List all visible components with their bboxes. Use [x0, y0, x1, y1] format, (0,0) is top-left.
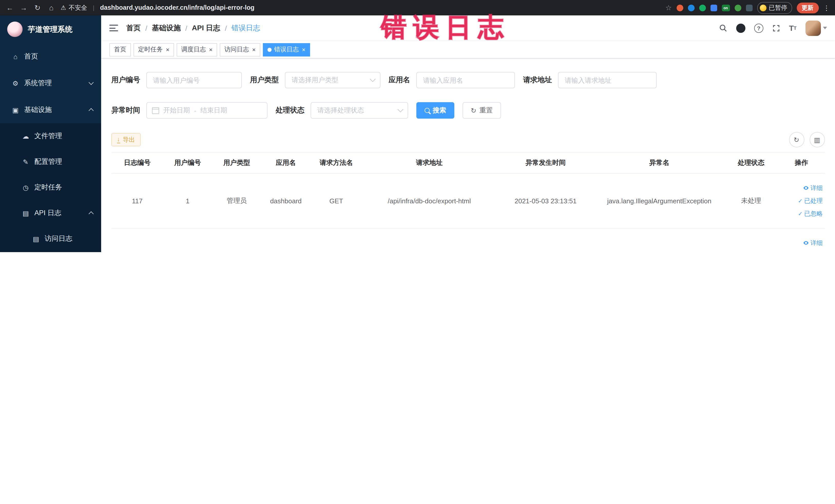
breadcrumb-item[interactable]: 首页 — [126, 23, 141, 33]
cell-app-name: dashboard — [261, 228, 310, 252]
column-header: 应用名 — [261, 152, 310, 173]
infrastructure-icon: ▣ — [11, 106, 20, 114]
logo[interactable]: 芋道管理系统 — [0, 15, 101, 43]
extension-on-icon[interactable]: on — [721, 4, 730, 11]
back-icon[interactable]: ← — [5, 4, 14, 12]
user-type-select[interactable]: 请选择用户类型 — [285, 72, 381, 88]
breadcrumb-item[interactable]: 基础设施 — [152, 23, 181, 33]
extension-icon-3[interactable] — [699, 4, 706, 11]
column-settings-button[interactable]: ▥ — [809, 132, 825, 147]
bookmark-star-icon[interactable]: ☆ — [665, 4, 672, 12]
filter-request-url: 请求地址 — [523, 72, 657, 88]
cell-status: 未处理 — [724, 228, 778, 252]
refresh-table-button[interactable]: ↻ — [789, 132, 804, 147]
breadcrumb-item[interactable]: API 日志 — [192, 23, 220, 33]
app-name-input[interactable] — [416, 72, 515, 88]
sidebar-menu-item[interactable]: ▣ 基础设施 — [0, 97, 101, 123]
check-icon: ✓ — [798, 198, 803, 204]
collapse-sidebar-icon[interactable] — [109, 25, 118, 31]
search-icon — [425, 108, 430, 113]
home-icon[interactable]: ⌂ — [47, 4, 56, 12]
home-icon: ⌂ — [11, 53, 20, 60]
request-url-input[interactable] — [558, 72, 657, 88]
cell-exception-time: 2021-05-03 23:13:51 — [496, 173, 595, 228]
sidebar-menu-item[interactable]: ▤ API 日志 — [0, 200, 101, 226]
ignored-link[interactable]: ✓已忽略 — [798, 209, 823, 218]
view-tab[interactable]: 访问日志 × — [220, 43, 260, 56]
fullscreen-icon[interactable] — [772, 24, 780, 32]
detail-link[interactable]: 详细 — [803, 184, 823, 192]
api-log-icon: ▤ — [22, 209, 30, 217]
close-icon[interactable]: × — [252, 46, 256, 53]
forward-icon[interactable]: → — [19, 4, 28, 12]
annotation-overlay-text: 错误日志 — [381, 10, 510, 45]
processed-link[interactable]: ✓已处理 — [798, 196, 823, 205]
view-tab[interactable]: 错误日志 × — [263, 43, 310, 56]
search-button[interactable]: 搜索 — [416, 102, 454, 119]
breadcrumb: 首页 / 基础设施 / API 日志 / 错误日志 — [126, 23, 260, 33]
screen: ← → ↻ ⌂ ⚠ 不安全 | dashboard.yudao.iocoder.… — [0, 0, 835, 252]
extension-icon-5[interactable] — [734, 4, 741, 11]
table-tools: ↻ ▥ — [789, 132, 825, 147]
user-avatar[interactable] — [805, 20, 827, 36]
sidebar-menu-item[interactable]: ▤ 错误日志 — [0, 251, 101, 252]
column-header: 请求方法名 — [310, 152, 362, 173]
reset-button[interactable]: ↻ 重置 — [463, 102, 501, 119]
processed-link[interactable]: ✓已处理 — [798, 251, 823, 252]
column-header: 异常发生时间 — [496, 152, 595, 173]
process-status-select[interactable]: 请选择处理状态 — [311, 102, 408, 119]
sidebar-menu: ⌂ 首页 ⚙ 系统管理 ▣ 基础设施 ☁ 文件管理 ✎ 配置管理 ◷ 定时任务 … — [0, 43, 101, 252]
cell-log-id: 116 — [111, 228, 163, 252]
cell-request-url: /api/infra/db-doc/export-html — [362, 173, 497, 228]
sidebar-menu-item[interactable]: ◷ 定时任务 — [0, 175, 101, 200]
view-tab[interactable]: 调度日志 × — [177, 43, 217, 56]
topbar-actions: ? TT — [719, 20, 827, 36]
filter-row-2: 异常时间 开始日期 - 结束日期 处理状态 请选择处理状态 — [111, 102, 825, 119]
column-header: 用户类型 — [212, 152, 261, 173]
close-icon[interactable]: × — [209, 46, 212, 53]
paused-badge[interactable]: 已暂停 — [757, 2, 792, 14]
warning-icon: ⚠ — [61, 4, 66, 11]
search-icon[interactable] — [719, 24, 728, 32]
check-icon: ✓ — [798, 211, 803, 217]
sidebar-menu-item[interactable]: ☁ 文件管理 — [0, 123, 101, 149]
chrome-menu-icon[interactable]: ⋮ — [823, 4, 830, 12]
extension-icon-1[interactable] — [676, 4, 683, 11]
active-dot-icon — [267, 47, 271, 52]
scheduled-job-icon: ◷ — [22, 184, 30, 191]
chevron-down-icon — [370, 76, 376, 82]
reload-icon[interactable]: ↻ — [33, 4, 42, 12]
app-title: 芋道管理系统 — [28, 24, 73, 34]
view-tab[interactable]: 定时任务 × — [134, 43, 174, 56]
column-header: 请求地址 — [362, 152, 497, 173]
user-id-input[interactable] — [146, 72, 242, 88]
breadcrumb-current: 错误日志 — [231, 23, 260, 33]
update-button[interactable]: 更新 — [796, 2, 819, 13]
help-icon[interactable]: ? — [754, 23, 763, 33]
url-bar[interactable]: dashboard.yudao.iocoder.cn/infra/log/api… — [100, 4, 254, 11]
sidebar-menu-item[interactable]: ⚙ 系统管理 — [0, 70, 101, 97]
extension-icon-2[interactable] — [688, 4, 694, 11]
column-header: 日志编号 — [111, 152, 163, 173]
extension-icon-4[interactable] — [710, 4, 717, 11]
sidebar-item-label: API 日志 — [34, 208, 61, 218]
security-chip[interactable]: ⚠ 不安全 — [61, 3, 87, 12]
extension-icon-6[interactable] — [746, 4, 752, 11]
detail-link[interactable]: 详细 — [803, 239, 823, 247]
close-icon[interactable]: × — [166, 46, 169, 53]
cell-method: GET — [310, 228, 362, 252]
cell-actions: 详细 ✓已处理 ✓已忽略 — [778, 228, 825, 252]
close-icon[interactable]: × — [302, 46, 305, 53]
table-toolbar: ↓ 导出 ↻ ▥ — [111, 133, 825, 147]
date-range-picker[interactable]: 开始日期 - 结束日期 — [146, 102, 267, 119]
config-manage-icon: ✎ — [22, 158, 30, 166]
github-icon[interactable] — [736, 23, 746, 33]
error-log-table: 日志编号用户编号用户类型应用名请求方法名请求地址异常发生时间异常名处理状态操作 … — [111, 152, 825, 252]
sidebar-menu-item[interactable]: ✎ 配置管理 — [0, 149, 101, 175]
view-tab[interactable]: 首页 — [109, 43, 131, 56]
font-size-icon[interactable]: TT — [789, 24, 796, 32]
sidebar-menu-item[interactable]: ⌂ 首页 — [0, 43, 101, 70]
sidebar: 芋道管理系统 ⌂ 首页 ⚙ 系统管理 ▣ 基础设施 ☁ 文件管理 ✎ 配置管理 … — [0, 15, 101, 252]
sidebar-menu-item[interactable]: ▤ 访问日志 — [0, 226, 101, 251]
export-button[interactable]: ↓ 导出 — [111, 133, 141, 146]
